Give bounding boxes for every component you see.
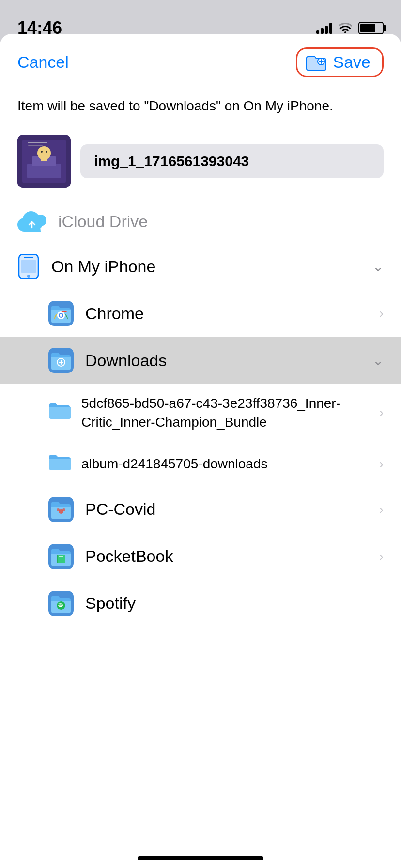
pc-covid-label: PC-Covid bbox=[85, 500, 368, 519]
svg-rect-32 bbox=[57, 555, 58, 563]
cancel-button[interactable]: Cancel bbox=[17, 53, 69, 72]
on-my-iphone-label: On My iPhone bbox=[51, 257, 361, 276]
svg-point-10 bbox=[46, 151, 47, 153]
album-chevron-icon: › bbox=[379, 456, 384, 472]
modal-header: Cancel Save bbox=[0, 34, 401, 87]
svg-point-29 bbox=[62, 508, 65, 511]
battery-icon bbox=[358, 22, 384, 34]
save-area: Save bbox=[296, 47, 384, 77]
bundle-chevron-icon: › bbox=[379, 405, 384, 420]
wifi-icon bbox=[338, 23, 353, 33]
svg-point-9 bbox=[41, 151, 43, 153]
info-text: Item will be saved to "Downloads" on On … bbox=[0, 87, 401, 127]
save-button[interactable]: Save bbox=[333, 53, 371, 72]
downloads-folder-icon bbox=[48, 348, 74, 373]
album-label: album-d241845705-downloads bbox=[81, 454, 370, 473]
svg-rect-33 bbox=[59, 556, 63, 557]
pocketbook-label: PocketBook bbox=[85, 547, 368, 566]
bundle-label: 5dcf865-bd50-a67-c43-3e23ff38736_Inner-C… bbox=[81, 394, 370, 432]
svg-point-21 bbox=[60, 314, 62, 317]
spotify-label: Spotify bbox=[85, 594, 384, 613]
status-icons bbox=[316, 22, 384, 34]
svg-point-28 bbox=[57, 508, 60, 511]
pocketbook-folder-icon bbox=[48, 544, 74, 569]
svg-rect-15 bbox=[24, 257, 33, 258]
signal-bars-icon bbox=[316, 22, 332, 34]
location-item-spotify[interactable]: Spotify bbox=[0, 580, 401, 627]
icloud-icon bbox=[17, 211, 46, 232]
home-indicator bbox=[138, 856, 263, 860]
pc-covid-folder-icon bbox=[48, 497, 74, 522]
iphone-device-icon bbox=[17, 254, 40, 279]
chrome-label: Chrome bbox=[85, 304, 368, 323]
location-item-downloads[interactable]: Downloads ⌄ bbox=[0, 337, 401, 384]
sub-item-album[interactable]: album-d241845705-downloads › bbox=[0, 442, 401, 486]
location-item-pocketbook[interactable]: PocketBook › bbox=[0, 533, 401, 580]
chrome-chevron-icon: › bbox=[379, 306, 384, 321]
icloud-label: iCloud Drive bbox=[58, 212, 384, 231]
file-name-pill[interactable]: img_1_1716561393043 bbox=[80, 144, 384, 178]
svg-rect-31 bbox=[57, 555, 65, 563]
file-thumbnail bbox=[17, 135, 71, 188]
svg-rect-8 bbox=[41, 153, 47, 161]
downloads-label: Downloads bbox=[85, 351, 361, 370]
chrome-folder-icon bbox=[48, 301, 74, 326]
svg-rect-12 bbox=[28, 145, 43, 146]
svg-point-17 bbox=[27, 275, 30, 278]
on-my-iphone-chevron-icon: ⌄ bbox=[372, 259, 384, 275]
divider-spotify bbox=[0, 627, 401, 627]
svg-rect-34 bbox=[59, 558, 62, 558]
spotify-folder-icon bbox=[48, 591, 74, 616]
location-item-chrome[interactable]: Chrome › bbox=[0, 290, 401, 337]
location-item-on-my-iphone[interactable]: On My iPhone ⌄ bbox=[0, 243, 401, 290]
sub-item-bundle[interactable]: 5dcf865-bd50-a67-c43-3e23ff38736_Inner-C… bbox=[0, 384, 401, 441]
pocketbook-chevron-icon: › bbox=[379, 549, 384, 564]
svg-rect-16 bbox=[21, 260, 36, 273]
svg-rect-11 bbox=[28, 142, 47, 143]
pc-covid-chevron-icon: › bbox=[379, 502, 384, 517]
downloads-chevron-icon: ⌄ bbox=[372, 353, 384, 369]
location-item-icloud[interactable]: iCloud Drive bbox=[0, 200, 401, 243]
thumbnail-image bbox=[17, 135, 71, 188]
bundle-folder-icon bbox=[48, 401, 72, 424]
file-row: img_1_1716561393043 bbox=[0, 127, 401, 200]
modal-sheet: Cancel Save Item will be saved to "Downl… bbox=[0, 34, 401, 868]
new-folder-icon bbox=[306, 54, 326, 71]
location-item-pc-covid[interactable]: PC-Covid › bbox=[0, 486, 401, 533]
album-folder-icon bbox=[48, 452, 72, 476]
